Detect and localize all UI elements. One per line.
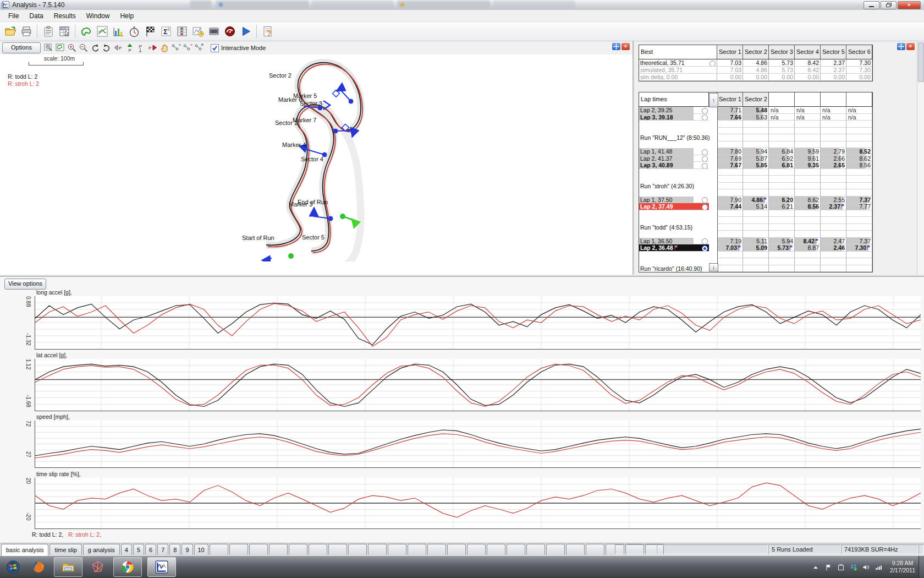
lap-row[interactable]: Lap 2, 36.487.035.095.738.872.467.30 xyxy=(639,244,872,252)
tab-empty-slot[interactable] xyxy=(289,544,307,555)
tab-8[interactable]: 8 xyxy=(169,544,180,555)
show-desktop-button[interactable] xyxy=(919,556,924,578)
best-table-row[interactable]: sim delta, 0.000.000.000.000.000.000.00 xyxy=(639,74,872,81)
action-flag-icon[interactable] xyxy=(824,564,832,571)
lap-select-radio[interactable] xyxy=(702,108,708,114)
lap-select-radio[interactable] xyxy=(702,246,708,252)
lap-row[interactable]: Lap 2, 39.257.715.48n/an/an/an/a xyxy=(639,107,872,114)
dropbox-icon[interactable] xyxy=(850,564,857,571)
lap-select-radio[interactable] xyxy=(702,114,708,121)
volume-icon[interactable] xyxy=(862,564,870,571)
lap-select-radio[interactable] xyxy=(702,163,708,169)
tab-empty-slot[interactable] xyxy=(526,544,545,555)
tab-empty-slot[interactable] xyxy=(269,544,288,555)
tab-empty-slot[interactable] xyxy=(210,544,228,555)
menu-data[interactable]: Data xyxy=(24,10,48,21)
lap-row[interactable]: Lap 3, 39.187.665.63n/an/an/an/a xyxy=(639,114,872,121)
move-panel-button[interactable] xyxy=(897,43,905,50)
gauge-icon[interactable] xyxy=(222,24,238,40)
tab-5[interactable]: 5 xyxy=(133,544,144,555)
tab-10[interactable]: 10 xyxy=(194,544,208,555)
tab-empty-slot[interactable] xyxy=(546,544,565,555)
lap-select-radio[interactable] xyxy=(702,238,708,244)
tab-4[interactable]: 4 xyxy=(121,544,132,555)
view-options-button[interactable]: View options xyxy=(4,279,46,290)
taskbar-chrome-icon[interactable] xyxy=(113,557,142,577)
minimize-button[interactable] xyxy=(864,1,879,9)
restore-button[interactable] xyxy=(881,1,897,9)
tab-empty-slot[interactable] xyxy=(487,544,505,555)
lap-row[interactable]: Lap 3, 40.897.675.856.819.352.658.56 xyxy=(639,162,872,169)
best-table-row[interactable]: simulated, 35.717.034.865.738.422.377.30 xyxy=(639,67,872,74)
tab-empty-slot[interactable] xyxy=(408,544,426,555)
tab-empty-slot[interactable] xyxy=(586,544,604,555)
lap-select-radio[interactable] xyxy=(702,156,708,162)
help-icon[interactable]: ? xyxy=(260,24,276,40)
lap-row[interactable]: Lap 2, 37.497.445.146.218.562.377.77 xyxy=(639,203,872,210)
chart-plot[interactable] xyxy=(35,359,921,411)
title-bar[interactable]: A Analysis - 7.5.140 × xyxy=(0,0,924,10)
video-icon[interactable] xyxy=(206,24,222,40)
bar-chart-icon[interactable] xyxy=(110,24,126,40)
finish-flag-icon[interactable] xyxy=(142,24,158,40)
tab-basic-analysis[interactable]: basic analysis xyxy=(1,544,48,556)
scroll-down-button[interactable]: ↓ xyxy=(709,263,718,271)
tab-empty-slot[interactable] xyxy=(229,544,248,555)
report-icon[interactable] xyxy=(40,24,56,40)
lap-select-radio[interactable] xyxy=(702,197,708,203)
row-radio[interactable] xyxy=(710,61,716,67)
chart-plot[interactable] xyxy=(35,478,921,529)
menu-window[interactable]: Window xyxy=(81,10,116,21)
open-folder-icon[interactable] xyxy=(2,24,18,40)
taskbar-explorer-icon[interactable] xyxy=(54,557,82,577)
xy-table-icon[interactable]: XY xyxy=(56,24,72,40)
close-button[interactable]: × xyxy=(898,1,921,9)
tab-empty-slot[interactable] xyxy=(368,544,387,555)
tab-empty-slot[interactable] xyxy=(566,544,585,555)
lap-row[interactable]: Lap 1, 37.507.904.866.208.622.557.37 xyxy=(639,197,872,204)
menu-results[interactable]: Results xyxy=(49,10,81,21)
print-icon[interactable] xyxy=(18,24,34,40)
track-map[interactable]: Sector 2 Marker 5 Sector 3 Marker 6 Sect… xyxy=(0,41,632,261)
clipboard-icon[interactable] xyxy=(837,564,845,571)
chart-plot[interactable] xyxy=(35,421,921,468)
tab-time-slip[interactable]: time slip xyxy=(50,544,81,555)
play-icon[interactable] xyxy=(238,24,254,40)
lap-select-radio[interactable] xyxy=(702,204,708,210)
lap-row[interactable]: Lap 1, 36.507.195.115.948.422.477.37 xyxy=(639,238,872,245)
menu-file[interactable]: File xyxy=(3,10,24,21)
tab-empty-slot[interactable] xyxy=(467,544,486,555)
lap-row[interactable]: Lap 2, 41.377.695.876.929.612.668.62 xyxy=(639,155,872,162)
taskbar-analysis-icon[interactable]: A xyxy=(147,557,176,577)
scroll-up-button[interactable]: ↑ xyxy=(709,93,718,107)
xy-chart-icon[interactable] xyxy=(94,24,110,40)
channels-grid-icon[interactable] xyxy=(174,24,190,40)
tab-empty-slot[interactable] xyxy=(348,544,367,555)
panel-scrollbar[interactable] xyxy=(917,41,924,275)
lap-select-radio[interactable] xyxy=(702,149,708,155)
tab-empty-slot[interactable] xyxy=(388,544,406,555)
tab-6[interactable]: 6 xyxy=(145,544,156,555)
taskbar-start-icon[interactable] xyxy=(3,558,23,576)
tab-empty-slot[interactable] xyxy=(447,544,466,555)
tab-empty-slot[interactable] xyxy=(309,544,327,555)
tab-7[interactable]: 7 xyxy=(157,544,168,555)
close-panel-button[interactable]: × xyxy=(906,43,915,50)
tab-empty-slot[interactable] xyxy=(249,544,268,555)
taskbar-firefox-icon[interactable] xyxy=(29,558,48,576)
tray-expand-icon[interactable] xyxy=(812,564,820,571)
sigma-icon[interactable]: Σ2 xyxy=(158,24,174,40)
tab-g-analysis[interactable]: g analysis xyxy=(83,544,120,555)
track-shape-icon[interactable] xyxy=(78,24,94,40)
network-icon[interactable] xyxy=(875,564,883,571)
taskbar-viewer3d-icon[interactable] xyxy=(88,558,108,576)
best-table-row[interactable]: theoretical, 35.717.034.865.738.422.377.… xyxy=(639,59,872,67)
chart-time-icon[interactable] xyxy=(190,24,206,40)
stopwatch-icon[interactable] xyxy=(126,24,142,40)
chart-plot[interactable] xyxy=(35,296,921,350)
lap-row[interactable]: Lap 1, 41.487.805.946.849.592.798.52 xyxy=(639,148,872,155)
tab-empty-slot[interactable] xyxy=(507,544,525,555)
taskbar-clock[interactable]: 9:28 AM 2/17/2011 xyxy=(890,560,915,574)
menu-help[interactable]: Help xyxy=(115,10,139,21)
tab-9[interactable]: 9 xyxy=(182,544,193,555)
